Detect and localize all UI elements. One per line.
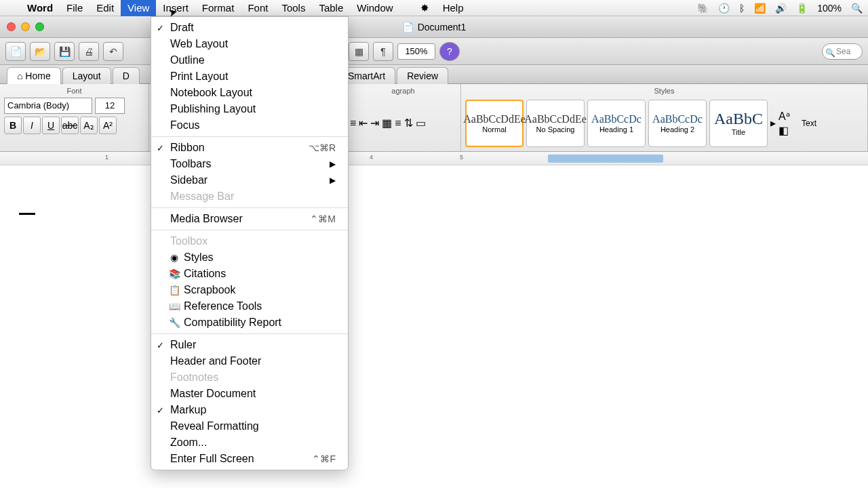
menu-item-ribbon[interactable]: ✓Ribbon⌥⌘R [151, 140, 348, 156]
font-name-select[interactable]: Cambria (Body) [4, 98, 92, 114]
font-size-select[interactable]: 12 [95, 98, 125, 114]
menu-item-focus[interactable]: Focus [151, 117, 348, 134]
style-heading1[interactable]: AaBbCcDcHeading 1 [587, 100, 646, 147]
linespacing-button[interactable]: ≡ [395, 117, 401, 129]
tab-review[interactable]: Review [397, 67, 448, 84]
menu-tools[interactable]: Tools [275, 0, 312, 16]
search-input[interactable]: Sea [822, 43, 863, 60]
style-heading2[interactable]: AaBbCcDcHeading 2 [648, 100, 707, 147]
shortcut-label: ⌃⌘F [312, 453, 336, 464]
ruler-margin-indicator[interactable] [548, 155, 663, 163]
open-button[interactable]: 📂 [30, 42, 50, 61]
menu-item-media-browser[interactable]: Media Browser⌃⌘M [151, 211, 348, 227]
tab-document[interactable]: D [113, 67, 140, 84]
menu-edit[interactable]: Edit [90, 0, 121, 16]
close-button[interactable] [7, 22, 16, 31]
toolbox-heading: Toolbox [151, 233, 348, 249]
menu-format[interactable]: Format [195, 0, 241, 16]
menu-item-toolbars[interactable]: Toolbars▶ [151, 156, 348, 172]
menu-item-styles[interactable]: ◉Styles [151, 249, 348, 266]
menu-item-notebook-layout[interactable]: Notebook Layout [151, 85, 348, 101]
zoom-button[interactable] [35, 22, 44, 31]
menu-item-ruler[interactable]: ✓Ruler [151, 337, 348, 353]
strike-button[interactable]: abc [61, 117, 79, 134]
menu-item-draft[interactable]: ✓Draft [151, 20, 348, 36]
menu-item-publishing-layout[interactable]: Publishing Layout [151, 101, 348, 117]
menu-item-sidebar[interactable]: Sidebar▶ [151, 172, 348, 188]
paragraph-group: agraph ≡ ⇤ ⇥ ▦ ≡ ⇅ ▭ [346, 84, 461, 151]
save-button[interactable]: 💾 [54, 42, 75, 61]
menu-item-outline[interactable]: Outline [151, 52, 348, 68]
toolbox-item-icon: ◉ [169, 252, 180, 263]
bold-button[interactable]: B [4, 117, 22, 134]
ruler[interactable]: 1 4 5 7 [0, 152, 868, 165]
menu-item-markup[interactable]: ✓Markup [151, 402, 348, 418]
check-icon: ✓ [157, 405, 164, 415]
menu-window[interactable]: Window [350, 0, 399, 16]
menu-item-master-document[interactable]: Master Document [151, 386, 348, 402]
menu-font[interactable]: Font [241, 0, 275, 16]
styles-more-button[interactable]: ▸ [770, 117, 776, 129]
show-button[interactable]: ¶ [373, 42, 393, 61]
underline-button[interactable]: U [42, 117, 60, 134]
menu-item-compatibility-report[interactable]: 🔧Compatibility Report [151, 314, 348, 331]
spotlight-icon[interactable]: 🔍 [851, 3, 863, 14]
new-doc-button[interactable]: 📄 [5, 42, 26, 61]
style-nospacing[interactable]: AaBbCcDdEeNo Spacing [526, 100, 585, 147]
borders-button[interactable]: ▦ [382, 117, 392, 129]
menu-table[interactable]: Table [312, 0, 350, 16]
menu-item-citations[interactable]: 📚Citations [151, 266, 348, 282]
sort-button[interactable]: ⇅ [404, 117, 413, 129]
menu-file[interactable]: File [60, 0, 90, 16]
menu-item-header-and-footer[interactable]: Header and Footer [151, 353, 348, 369]
text-group-label: Text [802, 119, 816, 128]
italic-button[interactable]: I [23, 117, 41, 134]
document-area[interactable] [0, 182, 868, 488]
word-window: Document1 📄 📂 💾 🖨 ↶ ▦ ¶ 150% ? Sea Home … [0, 16, 868, 488]
volume-icon[interactable]: 🔊 [775, 3, 787, 14]
battery-percent: 100% [817, 3, 842, 14]
outdent-button[interactable]: ⇤ [359, 117, 368, 129]
timemachine-icon[interactable]: 🕐 [718, 3, 730, 14]
shading-button[interactable]: ▭ [416, 117, 426, 129]
check-icon: ✓ [157, 340, 164, 350]
submenu-arrow-icon: ▶ [330, 176, 336, 185]
print-button[interactable]: 🖨 [79, 42, 99, 61]
menu-item-reveal-formatting[interactable]: Reveal Formatting [151, 418, 348, 434]
styles-group: Styles AaBbCcDdEeNormal AaBbCcDdEeNo Spa… [461, 84, 868, 151]
columns-button[interactable]: ▦ [349, 42, 369, 61]
align-left-button[interactable]: ≡ [350, 117, 356, 129]
tab-home[interactable]: Home [7, 67, 61, 84]
tab-layout[interactable]: Layout [62, 67, 111, 84]
evernote-icon[interactable]: 🐘 [697, 3, 709, 14]
battery-icon[interactable]: 🔋 [796, 3, 808, 14]
menu-help[interactable]: Help [436, 0, 471, 16]
change-styles-button[interactable]: Aᵃ [778, 110, 799, 123]
menu-item-enter-full-screen[interactable]: Enter Full Screen⌃⌘F [151, 451, 348, 467]
undo-button[interactable]: ↶ [103, 42, 123, 61]
menu-item-reference-tools[interactable]: 📖Reference Tools [151, 298, 348, 314]
menu-item-zoom-[interactable]: Zoom... [151, 434, 348, 451]
superscript-button[interactable]: A² [99, 117, 117, 134]
wifi-icon[interactable]: 📶 [754, 3, 766, 14]
menu-item-print-layout[interactable]: Print Layout [151, 68, 348, 85]
styles-pane-button[interactable]: ◧ [778, 124, 799, 137]
help-button[interactable]: ? [439, 42, 460, 61]
bluetooth-icon[interactable]: ᛒ [739, 3, 745, 14]
style-title[interactable]: AaBbCTitle [709, 100, 768, 147]
mac-menubar: Word File Edit View Insert Format Font T… [0, 0, 868, 16]
indent-button[interactable]: ⇥ [370, 117, 379, 129]
subscript-button[interactable]: A₂ [80, 117, 98, 134]
ribbon: Font Cambria (Body) 12 B I U abc A₂ A² a… [0, 84, 868, 152]
zoom-select[interactable]: 150% [397, 43, 435, 60]
style-normal[interactable]: AaBbCcDdEeNormal [465, 100, 524, 147]
menu-item-scrapbook[interactable]: 📋Scrapbook [151, 282, 348, 298]
menu-view[interactable]: View [121, 0, 156, 16]
menu-item-web-layout[interactable]: Web Layout [151, 36, 348, 52]
check-icon: ✓ [157, 143, 164, 153]
font-group: Font Cambria (Body) 12 B I U abc A₂ A² [0, 84, 149, 151]
minimize-button[interactable] [21, 22, 30, 31]
toolbox-item-icon: 📚 [169, 268, 180, 279]
menu-word[interactable]: Word [20, 0, 60, 16]
window-title: Document1 [402, 22, 467, 33]
